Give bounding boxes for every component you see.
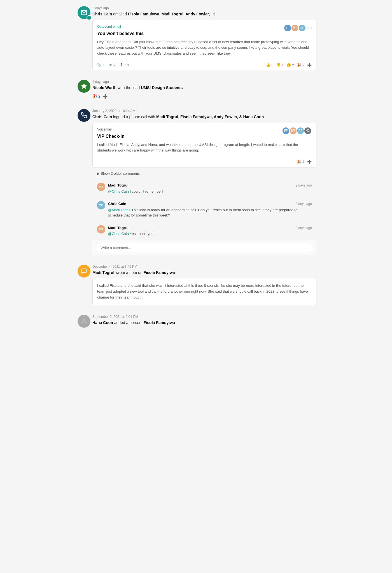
reaction-item[interactable]: 🎉 4 xyxy=(297,159,304,165)
feed-item-content: 2 days agoChris Cain emailed Fisola Famu… xyxy=(92,6,316,70)
comment-author: Madi Togrul xyxy=(108,225,129,231)
comment-text: @Madi Togrul This lead is ready for an o… xyxy=(108,207,312,218)
activity-card: VoicemailVIP Check-inFFMTAFHCI called Ma… xyxy=(92,123,316,168)
comment-meta: Madi Togrul2 days ago xyxy=(108,183,312,188)
comment-author: Madi Togrul xyxy=(108,183,129,188)
card-reactions[interactable]: 👍 3👎 1😊 2🎉 2➕ xyxy=(266,62,312,68)
card-reactions[interactable]: 🎉 4➕ xyxy=(93,157,316,167)
activity-timestamp: 4 days ago xyxy=(92,79,316,84)
card-header-left: VoicemailVIP Check-in xyxy=(97,127,125,140)
reaction-item[interactable]: 😊 2 xyxy=(286,62,294,68)
card-header: VoicemailVIP Check-inFFMTAFHC xyxy=(93,123,316,142)
recipient-avatars: FFMTAF+3 xyxy=(284,24,312,32)
stat-value: 1 xyxy=(103,62,105,68)
reaction-item[interactable]: 🎉 2 xyxy=(92,94,101,99)
card-stats: 📎1👁9🏃13 xyxy=(97,62,129,68)
card-body: Hey Fisola and team, Did you know that F… xyxy=(93,39,316,60)
stat-item: 🏃13 xyxy=(119,62,129,68)
card-header-left: Outbound emailYou won't believe this xyxy=(97,24,144,37)
card-title: You won't believe this xyxy=(97,30,144,37)
feed-item-content: January 3, 2022 at 10:24 AMChris Cain lo… xyxy=(92,108,316,255)
show-older-comments[interactable]: ▶ Show 2 older comments xyxy=(92,168,316,180)
note-card: I called Fisola and she said that she wa… xyxy=(92,278,316,305)
comment-avatar: CC xyxy=(97,201,105,209)
svg-marker-1 xyxy=(81,84,87,88)
comment-header: MTMadi Togrul2 days ago@Chris Cain Yes, … xyxy=(97,225,312,237)
mini-avatar: MT xyxy=(291,24,299,32)
comment-mention: @Chris Cain xyxy=(108,189,129,194)
card-title: VIP Check-in xyxy=(97,133,125,140)
actor-avatar-col xyxy=(76,314,92,328)
feed-item-note: December 4, 2021 at 3:45 PMMadi Togrul w… xyxy=(70,264,322,305)
mini-avatar: FF xyxy=(282,127,290,135)
reaction-item[interactable]: ➕ xyxy=(307,62,312,68)
feed-item-lead_won: 4 days agoNicole Worth won the lead UMSI… xyxy=(70,79,322,99)
actor-avatar-icon xyxy=(78,265,90,278)
avatar-plus-count: +3 xyxy=(308,25,312,31)
inline-reactions-row: 🎉 2➕ xyxy=(92,94,316,99)
reaction-item[interactable]: 👎 1 xyxy=(276,62,284,68)
stat-icon: 📎 xyxy=(97,62,102,68)
comment-mention: @Madi Togrul xyxy=(108,208,130,212)
comment-header: CCChris Cain2 days ago@Madi Togrul This … xyxy=(97,201,312,218)
comment-time: 2 days ago xyxy=(295,201,312,206)
comment-time: 2 days ago xyxy=(295,183,312,188)
reaction-item[interactable]: 🎉 2 xyxy=(297,62,304,68)
comment-mention: @Chris Cain xyxy=(108,232,129,236)
activity-title: Madi Togrul wrote a note on Fisola Famuy… xyxy=(92,270,316,276)
inline-reactions[interactable]: 🎉 2➕ xyxy=(92,94,316,99)
activity-feed: ↗ 2 days agoChris Cain emailed Fisola Fa… xyxy=(70,0,322,343)
activity-title: Chris Cain emailed Fisola Famuiywa, Madi… xyxy=(92,11,316,17)
target-name: UMSI Design Students xyxy=(141,85,183,90)
actor-avatar-col: ↗ xyxy=(76,6,92,19)
mini-avatar: FF xyxy=(284,24,291,32)
activity-timestamp: January 3, 2022 at 10:24 AM xyxy=(92,108,316,113)
comment-meta: Madi Togrul2 days ago xyxy=(108,225,312,231)
target-name: Fisola Famuyiwa xyxy=(144,320,175,325)
feed-item-content: December 4, 2021 at 3:45 PMMadi Togrul w… xyxy=(92,264,316,305)
stat-value: 13 xyxy=(125,62,129,68)
comment-item: MTMadi Togrul2 days ago@Chris Cain Yes, … xyxy=(92,222,316,240)
actor-avatar-icon xyxy=(78,109,90,122)
card-header: Outbound emailYou won't believe thisFFMT… xyxy=(93,20,316,39)
svg-point-2 xyxy=(83,319,85,321)
activity-timestamp: September 2, 2021 at 2:01 PM xyxy=(92,314,316,319)
actor-avatar-wrapper xyxy=(78,315,90,328)
target-name: Fisola Famuyiwa xyxy=(144,270,175,275)
actor-avatar-wrapper xyxy=(78,265,90,278)
actor-avatar-icon xyxy=(78,80,90,93)
actor-avatar-wrapper xyxy=(78,80,90,93)
stat-item: 👁9 xyxy=(109,62,115,68)
mini-avatar: AF xyxy=(297,127,304,135)
activity-title: Nicole Worth won the lead UMSI Design St… xyxy=(92,85,316,91)
comment-input[interactable] xyxy=(97,243,312,252)
reaction-item[interactable]: 👍 3 xyxy=(266,62,274,68)
recipient-avatars: FFMTAFHC xyxy=(282,127,312,135)
reaction-item[interactable]: ➕ xyxy=(307,159,312,165)
stat-item: 📎1 xyxy=(97,62,105,68)
comment-time: 2 days ago xyxy=(295,225,312,230)
feed-item-content: September 2, 2021 at 2:01 PMHana Coon ad… xyxy=(92,314,316,329)
actor-name: Chris Cain xyxy=(92,115,112,119)
activity-title: Hana Coon added a person: Fisola Famuyiw… xyxy=(92,320,316,326)
comment-avatar: MT xyxy=(97,183,105,191)
actor-avatar-wrapper xyxy=(78,109,90,122)
actor-name: Chris Cain xyxy=(92,12,112,16)
comment-header: MTMadi Togrul2 days ago@Chris Cain I cou… xyxy=(97,183,312,194)
feed-item-content: 4 days agoNicole Worth won the lead UMSI… xyxy=(92,79,316,99)
target-names: Fisola Famuiywa, Madi Togrul, Andy Fowle… xyxy=(128,12,215,16)
stat-icon: 👁 xyxy=(109,62,112,68)
stat-icon: 🏃 xyxy=(119,62,124,68)
comment-meta: Chris Cain2 days ago xyxy=(108,201,312,207)
activity-title: Chris Cain logged a phone call with Madi… xyxy=(92,114,316,120)
comment-text: @Chris Cain Yes, thank you! xyxy=(108,231,312,237)
reaction-item[interactable]: ➕ xyxy=(103,94,108,99)
mini-avatar: MT xyxy=(289,127,297,135)
actor-name: Hana Coon xyxy=(92,320,113,325)
mini-avatar: HC xyxy=(304,127,312,135)
card-type-label: Voicemail xyxy=(97,127,125,132)
actor-avatar-col xyxy=(76,108,92,122)
comment-author: Chris Cain xyxy=(108,201,126,207)
card-footer: 📎1👁9🏃13👍 3👎 1😊 2🎉 2➕ xyxy=(93,60,316,70)
card-type-label: Outbound email xyxy=(97,24,144,29)
